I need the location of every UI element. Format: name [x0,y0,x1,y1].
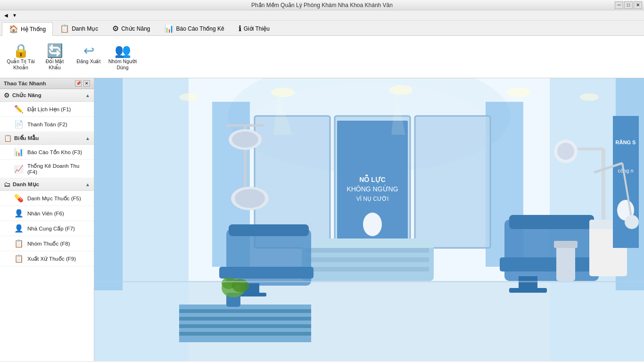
svg-point-50 [271,88,295,97]
app-title: Phần Mềm Quản Lý Phòng Khám Nha Khoa Khá… [251,2,393,8]
ribbon-tabs: 🏠 Hệ Thống 📋 Danh Mục ⚙ Chức Năng 📊 Báo … [0,21,644,36]
svg-text:NỖ LỰC: NỖ LỰC [359,174,386,183]
svg-rect-70 [554,241,578,248]
section-chuc-nang-header[interactable]: ⚙ Chức Năng ▲ [0,89,94,102]
nhom-thuoc-label: Nhóm Thuốc (F8) [27,240,70,247]
ribbon-content: 🔒 Quản Trị Tài Khoản 🔄 Đổi Mật Khẩu ↩ Đă… [0,36,644,78]
minimize-button[interactable]: ─ [615,1,623,9]
clinic-image: NỖ LỰC KHÔNG NGỪNG VÌ NỤ CƯỜI [94,78,644,361]
thanh-toan-label: Thanh Toán (F2) [27,122,67,127]
danh-muc-tab-icon: 📋 [60,24,69,33]
svg-rect-8 [94,78,123,290]
chevron-up-icon: ▲ [85,93,90,98]
clinic-illustration: NỖ LỰC KHÔNG NGỪNG VÌ NỤ CƯỜI [94,78,644,361]
chevron-up-icon-3: ▲ [85,182,90,187]
svg-rect-14 [415,116,490,248]
inventory-icon: 📊 [14,148,24,156]
svg-rect-40 [229,224,309,236]
dang-xuat-label: Đăng Xuất [77,58,101,65]
svg-point-47 [235,189,265,208]
tab-danh-muc-label: Danh Mục [72,25,98,32]
sidebar-title: Thao Tác Nhanh [4,81,46,86]
nhom-nguoi-dung-button[interactable]: 👥 Nhóm Người Dùng [107,42,139,72]
svg-rect-30 [500,257,603,272]
svg-rect-57 [179,317,311,321]
tab-he-thong[interactable]: 🏠 Hệ Thống [2,22,53,36]
dat-lich-hen-label: Đặt Lịch Hẹn (F1) [27,106,71,113]
payment-icon: 📄 [14,120,24,129]
quick-access-toolbar: ◀ ▼ [0,10,644,21]
sidebar-item-dat-lich-hen[interactable]: ✏️ Đặt Lịch Hẹn (F1) [0,102,94,117]
chuc-nang-tab-icon: ⚙ [112,24,119,33]
form-icon: 📋 [4,134,12,142]
origin-icon: 📋 [14,254,24,263]
sidebar-item-thanh-toan[interactable]: 📄 Thanh Toán (F2) [0,117,94,132]
xuat-xu-thuoc-label: Xuất Xứ Thuốc (F9) [27,255,76,262]
svg-rect-24 [302,239,434,248]
section-chuc-nang-label: Chức Năng [12,92,83,99]
quan-tri-label: Quản Trị Tài Khoản [6,58,35,70]
svg-point-53 [179,93,198,101]
window-controls: ─ □ ✕ [615,1,642,9]
svg-rect-29 [509,215,594,229]
sidebar-item-danh-muc-thuoc[interactable]: 💊 Danh Mục Thuốc (F5) [0,191,94,206]
calendar-icon: ✏️ [14,105,24,114]
sidebar-close-button[interactable]: ✕ [83,80,90,87]
sidebar-pin-button[interactable]: 📌 [75,80,82,87]
medicine-group-icon: 📋 [14,239,24,248]
svg-text:VÌ NỤ CƯỜI: VÌ NỤ CƯỜI [356,195,389,202]
tab-chuc-nang[interactable]: ⚙ Chức Năng [105,22,157,35]
sidebar-controls: 📌 ✕ [75,80,90,87]
section-bieu-mau-label: Biểu Mẫu [14,135,83,141]
sidebar-item-xuat-xu-thuoc[interactable]: 📋 Xuất Xứ Thuốc (F9) [0,251,94,266]
svg-rect-68 [94,281,644,282]
qa-dropdown-button[interactable]: ▼ [10,12,19,19]
tab-he-thong-label: Hệ Thống [21,26,46,33]
sidebar: Thao Tác Nhanh 📌 ✕ ⚙ Chức Năng ▲ ✏️ Đặt … [0,78,94,361]
tab-gioi-thieu-label: Giới Thiệu [244,25,270,32]
svg-rect-26 [306,257,429,262]
bao-cao-tab-icon: 📊 [165,24,174,33]
sidebar-header: Thao Tác Nhanh 📌 ✕ [0,78,94,89]
svg-point-38 [557,143,574,160]
sidebar-item-thong-ke-doanh-thu[interactable]: 📈 Thống Kê Doanh Thu (F4) [0,160,94,178]
svg-rect-59 [179,332,311,336]
section-danh-muc-header[interactable]: 🗂 Danh Mục ▲ [0,178,94,191]
doi-mat-khau-button[interactable]: 🔄 Đổi Mật Khẩu [39,42,71,72]
tab-gioi-thieu[interactable]: ℹ Giới Thiệu [231,22,277,35]
quan-tri-button[interactable]: 🔒 Quản Trị Tài Khoản [5,42,37,72]
chart-icon: 📈 [14,165,24,173]
sidebar-item-nhan-vien[interactable]: 👤 Nhân Viên (F6) [0,206,94,221]
doi-mat-khau-label: Đổi Mật Khẩu [40,58,69,70]
catalog-icon: 🗂 [4,181,10,188]
group-icon: 👥 [115,44,131,58]
tab-bao-cao[interactable]: 📊 Báo Cáo Thống Kê [157,22,231,35]
svg-point-51 [389,85,413,95]
danh-muc-thuoc-label: Danh Mục Thuốc (F5) [27,195,81,202]
dang-xuat-button[interactable]: ↩ Đăng Xuất [73,42,105,72]
he-thong-icon: 🏠 [9,25,18,33]
tab-chuc-nang-label: Chức Năng [121,25,150,32]
supplier-icon: 👤 [14,224,24,233]
svg-rect-56 [179,309,311,313]
gioi-thieu-tab-icon: ℹ [239,24,241,33]
tab-danh-muc[interactable]: 📋 Danh Mục [53,22,105,35]
thong-ke-doanh-thu-label: Thống Kê Doanh Thu (F4) [27,163,89,175]
svg-text:RĂNG S: RĂNG S [616,140,636,145]
nhom-nguoi-dung-label: Nhóm Người Dùng [108,58,137,70]
content-area: NỖ LỰC KHÔNG NGỪNG VÌ NỤ CƯỜI [94,78,644,361]
svg-point-22 [363,213,382,236]
close-button[interactable]: ✕ [634,1,642,9]
sidebar-item-bao-cao-ton-kho[interactable]: 📊 Báo Cáo Tồn Kho (F3) [0,145,94,160]
section-danh-muc-label: Danh Mục [13,181,83,188]
section-bieu-mau-header[interactable]: 📋 Biểu Mẫu ▲ [0,132,94,145]
qa-back-button[interactable]: ◀ [2,12,10,19]
employee-icon: 👤 [14,209,24,218]
svg-rect-58 [179,324,311,328]
sidebar-item-nha-cung-cap[interactable]: 👤 Nhà Cung Cấp (F7) [0,221,94,236]
title-bar: Phần Mềm Quản Lý Phòng Khám Nha Khoa Khá… [0,0,644,10]
svg-rect-32 [509,288,547,293]
svg-text:KHÔNG NGỪNG: KHÔNG NGỪNG [347,185,398,193]
sidebar-item-nhom-thuoc[interactable]: 📋 Nhóm Thuốc (F8) [0,236,94,251]
maximize-button[interactable]: □ [624,1,633,9]
